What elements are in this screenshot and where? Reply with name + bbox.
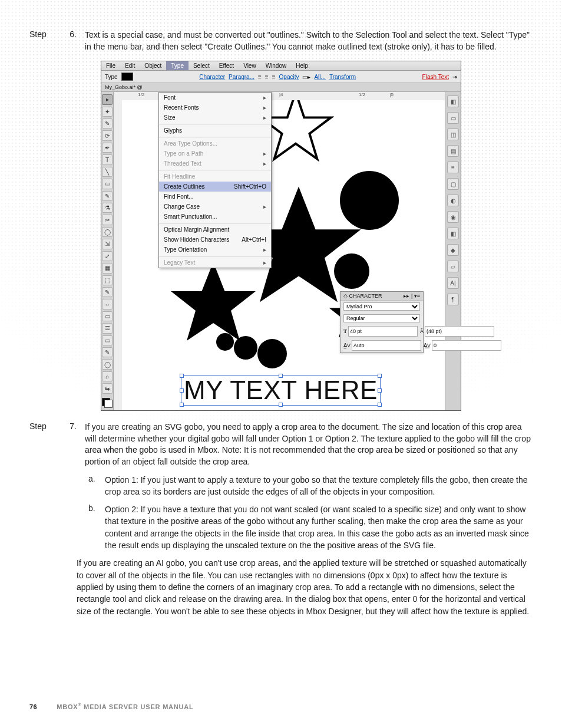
pencil-tool-icon[interactable]: ⚗: [102, 203, 113, 213]
menu-select[interactable]: Select: [189, 61, 214, 70]
dock-paragraph-icon[interactable]: ¶: [447, 294, 459, 305]
ai-gobo-paragraph: If you are creating an AI gobo, you can'…: [77, 557, 533, 617]
rotate-tool-icon[interactable]: ◯: [102, 227, 113, 237]
fill-swatch[interactable]: [121, 73, 133, 81]
menu-window[interactable]: Window: [261, 61, 292, 70]
type-optical-margin-item[interactable]: Optical Margin Alignment: [159, 225, 271, 235]
step-label: Step: [29, 29, 53, 52]
type-find-font-item[interactable]: Find Font...: [159, 192, 271, 202]
circle-tiny-1: [216, 333, 234, 351]
menu-file[interactable]: File: [101, 61, 120, 70]
font-family-select[interactable]: Myriad Pro: [343, 302, 420, 311]
align-center-icon[interactable]: ≡: [265, 74, 269, 80]
menu-view[interactable]: View: [239, 61, 261, 70]
selection-handle[interactable]: [279, 403, 283, 407]
flash-text-link[interactable]: Flash Text: [422, 74, 449, 80]
dock-stroke-icon[interactable]: ≡: [447, 162, 459, 173]
selection-handle[interactable]: [378, 403, 382, 407]
type-orientation-item[interactable]: Type Orientation: [159, 245, 271, 255]
step-label: Step: [29, 421, 53, 467]
dock-graphic-styles-icon[interactable]: ◧: [447, 228, 459, 239]
dock-color-icon[interactable]: ◧: [447, 95, 459, 107]
type-size-item[interactable]: Size: [159, 113, 271, 123]
type-fit-headline-item: Fit Headline: [159, 172, 271, 182]
page-number: 76: [29, 703, 37, 710]
magic-wand-tool-icon[interactable]: ✎: [102, 118, 113, 129]
dock-artboards-icon[interactable]: ▱: [447, 261, 459, 272]
dock-transparency-icon[interactable]: ◐: [447, 195, 459, 206]
rectangle-tool-icon[interactable]: ▭: [102, 179, 113, 189]
symbol-sprayer-tool-icon[interactable]: ⬚: [102, 275, 113, 285]
font-style-select[interactable]: Regular: [343, 314, 420, 322]
type-legacy-text-item: Legacy Text: [159, 258, 271, 268]
doc-setup-icon[interactable]: ▭▸: [302, 74, 310, 80]
dock-gradient-icon[interactable]: ▢: [447, 178, 459, 190]
type-tool-icon[interactable]: T: [102, 154, 113, 164]
direct-selection-tool-icon[interactable]: ✦: [102, 107, 113, 117]
type-create-outlines-item[interactable]: Create OutlinesShift+Ctrl+O: [159, 182, 271, 192]
selected-text-frame[interactable]: MY TEXT HERE: [181, 375, 381, 406]
dock-symbols-icon[interactable]: ▤: [447, 145, 459, 157]
selection-handle[interactable]: [180, 388, 184, 393]
paragraph-link[interactable]: Paragra...: [229, 74, 254, 80]
selection-handle[interactable]: [378, 374, 382, 378]
hand-tool-icon[interactable]: ⇆: [102, 383, 113, 393]
align-left-icon[interactable]: ≡: [258, 74, 262, 80]
graph-tool-icon[interactable]: ✎: [102, 287, 113, 297]
step-6-text: Text is a special case, and must be conv…: [85, 29, 533, 52]
tracking-input[interactable]: [432, 340, 501, 351]
selection-handle[interactable]: [378, 388, 382, 393]
transform-link[interactable]: Transform: [329, 74, 356, 80]
gradient-tool-icon[interactable]: ▭: [102, 311, 113, 321]
option-a: a. Option 1: If you just want to apply a…: [88, 474, 533, 498]
zoom-tool-icon[interactable]: ⌕: [102, 371, 113, 381]
pen-tool-icon[interactable]: ✒: [102, 143, 113, 153]
scale-tool-icon[interactable]: ⇲: [102, 239, 113, 249]
step-7: Step 7. If you are creating an SVG gobo,…: [29, 421, 533, 467]
dock-layers-icon[interactable]: ◆: [447, 244, 459, 256]
selection-handle[interactable]: [180, 403, 184, 407]
live-paint-tool-icon[interactable]: ✎: [102, 347, 113, 357]
fill-stroke-swatch[interactable]: [102, 398, 113, 408]
blend-tool-icon[interactable]: ▭: [102, 335, 113, 345]
opacity-link[interactable]: Opacity: [279, 74, 299, 80]
character-link[interactable]: Character: [199, 74, 225, 80]
type-smart-punct-item[interactable]: Smart Punctuation...: [159, 212, 271, 222]
character-panel-collapse-icon[interactable]: ▸▸ | ▾≡: [404, 293, 420, 299]
type-glyphs-item[interactable]: Glyphs: [159, 126, 271, 136]
document-tab[interactable]: My_Gobo.ai* @: [101, 83, 461, 92]
menu-object[interactable]: Object: [140, 61, 166, 70]
dock-brushes-icon[interactable]: ◫: [447, 129, 459, 140]
kerning-input[interactable]: [352, 340, 421, 351]
warp-tool-icon[interactable]: ⤢: [102, 251, 113, 261]
dock-appearance-icon[interactable]: ◉: [447, 211, 459, 223]
selection-handle[interactable]: [279, 374, 283, 378]
dock-swatches-icon[interactable]: ▭: [447, 112, 459, 124]
align-right-icon[interactable]: ≡: [272, 74, 276, 80]
type-font-item[interactable]: Font: [159, 93, 271, 103]
selection-handle[interactable]: [180, 374, 184, 378]
eyedropper-tool-icon[interactable]: ☰: [102, 323, 113, 333]
font-size-icon: 𝐓: [343, 328, 347, 335]
selection-tool-icon[interactable]: ▸: [102, 94, 113, 104]
paintbrush-tool-icon[interactable]: ✎: [102, 191, 113, 201]
lasso-tool-icon[interactable]: ⟳: [102, 130, 113, 140]
character-panel[interactable]: ◇ CHARACTER ▸▸ | ▾≡ Myriad Pro Regular 𝐓…: [340, 291, 424, 353]
mesh-tool-icon[interactable]: ↔: [102, 299, 113, 309]
font-size-input[interactable]: [348, 326, 418, 337]
menu-effect[interactable]: Effect: [214, 61, 239, 70]
type-show-hidden-item[interactable]: Show Hidden CharactersAlt+Ctrl+I: [159, 235, 271, 245]
leading-input[interactable]: [425, 326, 494, 337]
collapse-icon[interactable]: ⇥: [452, 74, 457, 80]
menu-edit[interactable]: Edit: [120, 61, 140, 70]
type-recent-fonts-item[interactable]: Recent Fonts: [159, 103, 271, 113]
all-link[interactable]: All...: [314, 74, 325, 80]
eraser-tool-icon[interactable]: ✂: [102, 215, 113, 225]
line-tool-icon[interactable]: ╲: [102, 167, 113, 177]
menu-help[interactable]: Help: [291, 61, 313, 70]
crop-tool-icon[interactable]: ◯: [102, 359, 113, 369]
dock-character-icon[interactable]: A|: [447, 277, 459, 289]
menu-type[interactable]: Type: [166, 61, 189, 70]
free-transform-tool-icon[interactable]: ▦: [102, 263, 113, 273]
type-change-case-item[interactable]: Change Case: [159, 202, 271, 212]
